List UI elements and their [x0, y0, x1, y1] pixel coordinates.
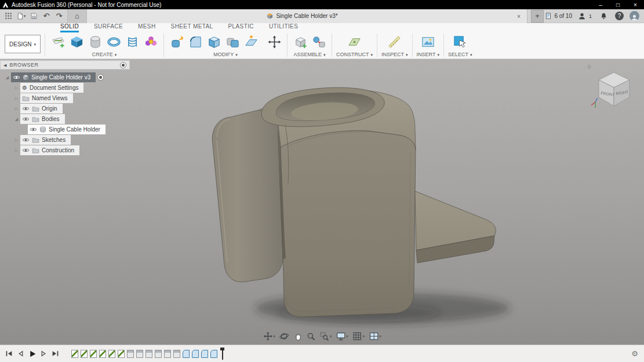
- minimize-button[interactable]: –: [592, 0, 609, 9]
- expand-closed-icon[interactable]: ▷: [13, 96, 20, 101]
- user-avatar[interactable]: [630, 11, 639, 21]
- pattern-button[interactable]: [142, 33, 159, 50]
- app-grid-icon[interactable]: [2, 10, 14, 22]
- create-sketch-button[interactable]: [49, 33, 67, 50]
- tree-row-root[interactable]: ◢ Single Cable Holder v3: [3, 72, 130, 82]
- maximize-button[interactable]: □: [609, 0, 627, 9]
- timeline-sketch-icon[interactable]: [118, 350, 125, 358]
- home-button[interactable]: ⌂: [67, 9, 87, 23]
- tree-row-bodies[interactable]: ◢ Bodies: [13, 114, 130, 124]
- timeline-settings-gear-icon[interactable]: ⚙: [631, 349, 644, 358]
- insert-canvas-button[interactable]: [419, 33, 436, 50]
- notifications-button[interactable]: [598, 10, 609, 22]
- collaboration-button[interactable]: 1: [578, 12, 592, 20]
- construction-plane-button[interactable]: [346, 33, 363, 50]
- new-component-button[interactable]: [292, 33, 309, 50]
- timeline-extrude-icon[interactable]: [173, 350, 180, 358]
- fillet-button[interactable]: [187, 33, 204, 50]
- combine-button[interactable]: [224, 33, 241, 50]
- save-button[interactable]: [28, 10, 39, 22]
- eye-icon[interactable]: [22, 106, 30, 111]
- tree-row-named-views[interactable]: ▷ Named Views: [13, 93, 130, 103]
- help-button[interactable]: ?: [615, 12, 624, 20]
- expand-closed-icon[interactable]: ▷: [13, 138, 20, 142]
- tree-row-sketches[interactable]: ▷ Sketches: [13, 135, 130, 145]
- tab-close-icon[interactable]: ×: [514, 13, 523, 20]
- display-settings-icon[interactable]: ▾: [336, 331, 348, 341]
- viewcube-home-icon[interactable]: ⌂: [587, 63, 591, 70]
- timeline-sketch-icon[interactable]: [90, 350, 97, 358]
- group-label-assemble[interactable]: ASSEMBLE▾: [293, 52, 325, 57]
- zoom-icon[interactable]: [307, 332, 316, 341]
- select-button[interactable]: [452, 33, 469, 50]
- timeline-fillet-icon[interactable]: [201, 350, 208, 358]
- browser-options-icon[interactable]: [120, 62, 126, 68]
- undo-button[interactable]: ↶: [41, 10, 52, 22]
- tab-sheet-metal[interactable]: SHEET METAL: [171, 23, 213, 32]
- group-label-inspect[interactable]: INSPECT▾: [381, 52, 408, 57]
- joint-button[interactable]: [310, 33, 328, 50]
- timeline-extrude-icon[interactable]: [145, 350, 152, 358]
- timeline-step-forward-button[interactable]: [39, 349, 48, 358]
- timeline-go-to-start-button[interactable]: [5, 349, 13, 358]
- timeline-extrude-icon[interactable]: [136, 350, 143, 358]
- timeline-sketch-icon[interactable]: [99, 350, 106, 358]
- cylinder-button[interactable]: [86, 33, 104, 50]
- group-label-construct[interactable]: CONSTRUCT▾: [336, 52, 373, 57]
- offset-face-button[interactable]: [242, 33, 260, 50]
- press-pull-button[interactable]: [168, 33, 185, 50]
- box-button[interactable]: [68, 33, 85, 50]
- pan-hand-icon[interactable]: [293, 332, 303, 341]
- coil-button[interactable]: [123, 33, 141, 50]
- timeline-play-button[interactable]: [28, 349, 37, 358]
- tab-plastic[interactable]: PLASTIC: [228, 23, 254, 32]
- shell-button[interactable]: [205, 33, 223, 50]
- redo-button[interactable]: ↷: [53, 10, 65, 22]
- timeline-extrude-icon[interactable]: [155, 350, 162, 358]
- tree-row-document-settings[interactable]: ▷ ⚙ Document Settings: [13, 83, 130, 93]
- timeline-go-to-end-button[interactable]: [51, 349, 60, 358]
- eye-icon[interactable]: [22, 148, 30, 153]
- expand-open-icon[interactable]: ◢: [13, 117, 20, 122]
- grid-snaps-icon[interactable]: ▾: [352, 331, 365, 341]
- measure-button[interactable]: [386, 33, 403, 50]
- tab-utilities[interactable]: UTILITIES: [269, 23, 298, 32]
- viewport-canvas[interactable]: ◀ BROWSER ◢ Single Cable Holder v3 ▷ ⚙: [0, 59, 644, 362]
- design-workspace-button[interactable]: DESIGN ▾: [5, 35, 41, 53]
- eye-icon[interactable]: [13, 75, 20, 80]
- tab-surface[interactable]: SURFACE: [94, 23, 123, 32]
- tab-solid[interactable]: SOLID: [60, 23, 79, 32]
- group-label-select[interactable]: SELECT▾: [448, 52, 472, 57]
- activate-radio-icon[interactable]: [97, 74, 104, 81]
- timeline-sketch-icon[interactable]: [71, 350, 78, 358]
- timeline-fillet-icon[interactable]: [183, 350, 190, 358]
- expand-closed-icon[interactable]: ▷: [13, 148, 20, 153]
- eye-icon[interactable]: [22, 116, 30, 122]
- viewports-icon[interactable]: ▾: [369, 331, 381, 341]
- timeline-sketch-icon[interactable]: [108, 350, 115, 358]
- file-menu-button[interactable]: ▾: [15, 10, 27, 22]
- move-copy-button[interactable]: [265, 33, 283, 50]
- expand-closed-icon[interactable]: ▷: [13, 107, 20, 111]
- orbit-icon[interactable]: [279, 331, 289, 341]
- viewcube[interactable]: ⌂ FRONT RIGHT: [590, 64, 638, 112]
- pan-icon[interactable]: ▾: [263, 331, 275, 341]
- expand-open-icon[interactable]: ◢: [3, 75, 11, 80]
- expand-closed-icon[interactable]: ▷: [13, 86, 20, 90]
- torus-button[interactable]: [105, 33, 122, 50]
- zoom-window-icon[interactable]: ▾: [320, 332, 332, 341]
- new-tab-button[interactable]: +: [531, 10, 544, 23]
- tree-row-origin[interactable]: ▷ Origin: [13, 104, 130, 114]
- timeline-step-back-button[interactable]: [16, 349, 25, 358]
- browser-collapse-icon[interactable]: ◀: [3, 63, 6, 67]
- job-status-button[interactable]: 6 of 10: [545, 12, 572, 20]
- tree-row-body-single-cable-holder[interactable]: Single Cable Holder: [28, 125, 130, 134]
- eye-icon[interactable]: [22, 137, 30, 142]
- timeline-extrude-icon[interactable]: [164, 350, 171, 358]
- group-label-modify[interactable]: MODIFY▾: [213, 52, 238, 57]
- timeline-fillet-icon[interactable]: [192, 350, 199, 358]
- group-label-insert[interactable]: INSERT▾: [417, 52, 439, 57]
- document-tab[interactable]: Single Cable Holder v3* ×: [87, 9, 527, 23]
- timeline-extrude-icon[interactable]: [127, 350, 134, 358]
- eye-icon[interactable]: [30, 127, 37, 132]
